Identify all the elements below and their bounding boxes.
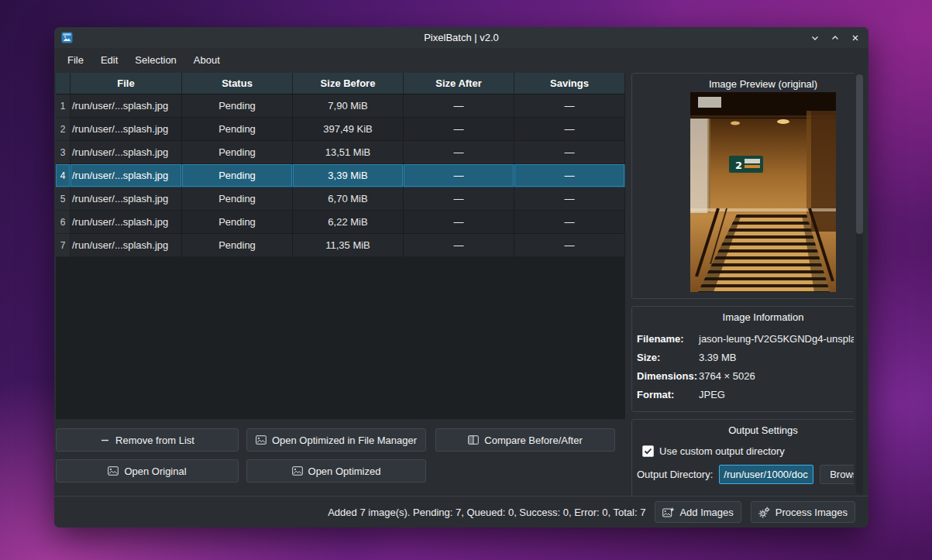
info-row-size: Size: 3.39 MB	[637, 348, 854, 366]
dimensions-value: 3764 × 5026	[699, 370, 854, 382]
info-row-format: Format: JPEG	[637, 385, 854, 404]
column-header-size-after[interactable]: Size After	[404, 73, 514, 94]
menu-about[interactable]: About	[185, 50, 229, 70]
cell-status: Pending	[182, 211, 293, 234]
gear-icon	[758, 507, 770, 518]
filename-label: Filename:	[637, 333, 699, 345]
open-optimized-in-file-manager-button[interactable]: Open Optimized in File Manager	[246, 428, 426, 452]
file-table-body: 1 /run/user/...splash.jpg Pending 7,90 M…	[56, 94, 625, 257]
panel-scrollbar-thumb[interactable]	[856, 74, 863, 234]
open-original-label: Open Original	[124, 466, 186, 477]
row-number[interactable]: 5	[56, 187, 71, 211]
add-images-button[interactable]: Add Images	[655, 501, 741, 523]
close-button[interactable]	[848, 31, 862, 45]
table-row[interactable]: 6 /run/user/...splash.jpg Pending 6,22 M…	[56, 211, 625, 234]
table-row[interactable]: 1 /run/user/...splash.jpg Pending 7,90 M…	[56, 94, 625, 118]
use-custom-label[interactable]: Use custom output directory	[659, 445, 785, 457]
menu-file[interactable]: File	[59, 50, 92, 70]
add-image-icon	[662, 507, 674, 517]
output-settings-group: Output Settings Use custom output direct…	[631, 419, 854, 496]
column-header-file[interactable]: File	[71, 73, 182, 94]
output-directory-input[interactable]	[719, 465, 813, 484]
open-original-button[interactable]: Open Original	[56, 459, 239, 483]
chevron-down-icon	[809, 32, 821, 44]
cell-file: /run/user/...splash.jpg	[71, 187, 182, 211]
cell-savings: —	[514, 164, 625, 187]
cell-file: /run/user/...splash.jpg	[71, 211, 182, 234]
status-message: Added 7 image(s). Pending: 7, Queued: 0,…	[328, 507, 645, 518]
cell-status: Pending	[182, 118, 293, 141]
action-buttons: Remove from List Open Optimized in File …	[56, 428, 625, 483]
cell-size-before: 397,49 KiB	[293, 118, 404, 141]
cell-size-after: —	[404, 141, 514, 164]
row-number[interactable]: 4	[56, 164, 71, 187]
row-number[interactable]: 2	[56, 118, 71, 141]
cell-file: /run/user/...splash.jpg	[71, 164, 182, 187]
column-header-status[interactable]: Status	[182, 73, 293, 94]
open-optimized-button[interactable]: Open Optimized	[246, 459, 426, 483]
cell-size-after: —	[404, 94, 514, 118]
row-number[interactable]: 6	[56, 211, 71, 234]
cell-size-after: —	[404, 187, 514, 211]
cell-status: Pending	[182, 164, 293, 187]
add-images-label: Add Images	[679, 507, 733, 518]
app-icon	[61, 32, 73, 43]
table-row[interactable]: 2 /run/user/...splash.jpg Pending 397,49…	[56, 118, 625, 141]
open-optimized-label: Open Optimized	[308, 466, 381, 477]
image-icon	[256, 435, 267, 445]
format-value: JPEG	[699, 389, 854, 400]
check-icon	[644, 448, 652, 455]
table-corner-header[interactable]	[56, 73, 71, 94]
image-icon	[292, 466, 303, 476]
cell-size-before: 3,39 MiB	[293, 164, 404, 187]
cell-savings: —	[514, 234, 625, 257]
file-table: File Status Size Before Size After Savin…	[56, 73, 625, 419]
dimensions-label: Dimensions:	[637, 370, 699, 382]
cell-savings: —	[514, 118, 625, 141]
cell-size-before: 6,70 MiB	[293, 187, 404, 211]
cell-size-after: —	[404, 164, 514, 187]
table-row[interactable]: 3 /run/user/...splash.jpg Pending 13,51 …	[56, 141, 625, 164]
row-number[interactable]: 7	[56, 234, 71, 257]
cell-status: Pending	[182, 234, 293, 257]
browse-label: Browse...	[830, 469, 854, 480]
table-row[interactable]: 5 /run/user/...splash.jpg Pending 6,70 M…	[56, 187, 625, 211]
compare-icon	[468, 435, 479, 445]
row-number[interactable]: 3	[56, 141, 71, 164]
remove-from-list-button[interactable]: Remove from List	[56, 428, 239, 452]
panel-scrollbar-track[interactable]	[856, 74, 863, 494]
column-header-size-before[interactable]: Size Before	[293, 73, 404, 94]
cell-file: /run/user/...splash.jpg	[71, 118, 182, 141]
compare-before-after-label: Compare Before/After	[484, 435, 582, 446]
table-header: File Status Size Before Size After Savin…	[56, 73, 625, 94]
row-number[interactable]: 1	[56, 94, 71, 118]
menu-selection[interactable]: Selection	[126, 50, 184, 70]
svg-text:2: 2	[735, 160, 742, 171]
compare-before-after-button[interactable]: Compare Before/After	[435, 428, 615, 452]
main-area: File Status Size Before Size After Savin…	[54, 71, 868, 496]
table-row[interactable]: 4 /run/user/...splash.jpg Pending 3,39 M…	[56, 164, 625, 187]
output-directory-label: Output Directory:	[637, 469, 713, 480]
statusbar: Added 7 image(s). Pending: 7, Queued: 0,…	[54, 496, 868, 527]
info-row-dimensions: Dimensions: 3764 × 5026	[637, 366, 854, 385]
column-header-savings[interactable]: Savings	[514, 73, 625, 94]
format-label: Format:	[637, 389, 699, 400]
menu-edit[interactable]: Edit	[92, 50, 126, 70]
cell-status: Pending	[182, 94, 293, 118]
titlebar[interactable]: PixelBatch | v2.0	[54, 27, 868, 48]
cell-file: /run/user/...splash.jpg	[71, 141, 182, 164]
info-row-filename: Filename: jason-leung-fV2G5KGNDg4-unspla…	[637, 329, 854, 348]
cell-size-after: —	[404, 211, 514, 234]
cell-savings: —	[514, 141, 625, 164]
use-custom-checkbox[interactable]	[642, 445, 654, 457]
maximize-button[interactable]	[828, 31, 842, 45]
process-images-button[interactable]: Process Images	[751, 501, 855, 523]
size-value: 3.39 MB	[699, 352, 854, 363]
process-images-label: Process Images	[776, 507, 848, 518]
table-row[interactable]: 7 /run/user/...splash.jpg Pending 11,35 …	[56, 234, 625, 257]
cell-file: /run/user/...splash.jpg	[71, 94, 182, 118]
browse-button[interactable]: Browse...	[820, 465, 854, 484]
minimize-button[interactable]	[808, 31, 822, 45]
cell-size-before: 7,90 MiB	[293, 94, 404, 118]
cell-status: Pending	[182, 187, 293, 211]
